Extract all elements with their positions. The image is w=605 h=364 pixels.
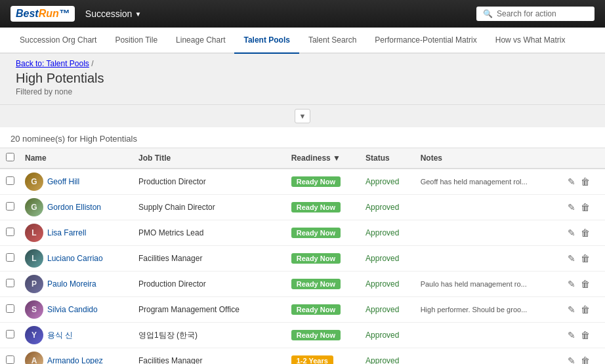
table-row: L Luciano Carriao Facilities Manager Rea… (0, 246, 605, 272)
status-value: Approved (365, 177, 399, 186)
nav-talent-pools[interactable]: Talent Pools (234, 28, 299, 54)
notes-text: High performer. Should be groo... (421, 306, 528, 313)
col-readiness[interactable]: Readiness ▼ (286, 148, 360, 169)
top-bar: BestRun™ Succession ▼ 🔍 Search for actio… (0, 0, 605, 28)
readiness-badge: Ready Now (291, 202, 341, 212)
row-job-title: 영업1팀장 (한국) (133, 323, 286, 348)
edit-icon[interactable]: ✎ (566, 277, 577, 291)
row-job-title: Facilities Manager (133, 246, 286, 272)
row-readiness: Ready Now (286, 169, 360, 195)
row-notes (415, 323, 561, 348)
search-icon: 🔍 (483, 9, 493, 18)
nav-talent-search[interactable]: Talent Search (299, 28, 365, 54)
edit-icon[interactable]: ✎ (566, 201, 577, 214)
row-checkbox[interactable] (6, 355, 14, 364)
edit-icon[interactable]: ✎ (566, 252, 577, 265)
row-job-title: Supply Chain Director (133, 195, 286, 220)
row-name-cell: L Lisa Farrell (20, 220, 133, 246)
row-checkbox[interactable] (6, 253, 14, 262)
row-checkbox[interactable] (6, 176, 14, 185)
delete-icon[interactable]: 🗑 (579, 226, 591, 239)
edit-icon[interactable]: ✎ (566, 329, 577, 342)
row-notes: Geoff has held management rol... (415, 169, 561, 195)
collapse-section: ▼ (0, 105, 605, 127)
table-row: P Paulo Moreira Production Director Read… (0, 272, 605, 297)
row-readiness: 1-2 Years (286, 348, 360, 365)
row-job-title: Production Director (133, 272, 286, 297)
avatar: L (25, 249, 43, 268)
row-status: Approved (360, 195, 415, 220)
select-all-checkbox[interactable] (6, 153, 14, 161)
collapse-button[interactable]: ▼ (295, 109, 310, 123)
page-title: High Potentials (16, 71, 589, 86)
row-checkbox[interactable] (6, 304, 14, 313)
row-status: Approved (360, 169, 415, 195)
status-value: Approved (365, 356, 399, 364)
col-job-title: Job Title (133, 148, 286, 169)
person-name-link[interactable]: Geoff Hill (47, 177, 79, 186)
logo-area: BestRun™ Succession ▼ (10, 6, 141, 22)
status-value: Approved (365, 305, 399, 314)
row-name-cell: S Silvia Candido (20, 297, 133, 323)
row-checkbox[interactable] (6, 228, 14, 236)
delete-icon[interactable]: 🗑 (579, 329, 591, 342)
row-name-cell: G Gordon Elliston (20, 195, 133, 220)
col-select (0, 148, 20, 169)
delete-icon[interactable]: 🗑 (579, 252, 591, 265)
row-notes: High performer. Should be groo... (415, 297, 561, 323)
person-name-link[interactable]: Silvia Candido (47, 305, 98, 314)
col-notes: Notes (415, 148, 561, 169)
avatar: P (25, 275, 43, 293)
delete-icon[interactable]: 🗑 (579, 354, 591, 364)
row-actions: ✎ 🗑 (561, 348, 605, 365)
row-notes: Paulo has held management ro... (415, 272, 561, 297)
person-name-link[interactable]: Paulo Moreira (47, 279, 96, 289)
readiness-badge: Ready Now (291, 304, 341, 315)
row-notes (415, 220, 561, 246)
row-checkbox[interactable] (6, 202, 14, 211)
row-notes (415, 246, 561, 272)
module-label: Succession (85, 9, 133, 19)
row-actions: ✎ 🗑 (561, 297, 605, 323)
edit-icon[interactable]: ✎ (566, 175, 577, 188)
readiness-badge: Ready Now (291, 279, 341, 289)
breadcrumb-link[interactable]: Back to: Talent Pools (16, 59, 89, 68)
status-value: Approved (365, 279, 399, 289)
delete-icon[interactable]: 🗑 (579, 175, 591, 188)
module-selector[interactable]: Succession ▼ (85, 9, 142, 19)
readiness-badge: Ready Now (291, 330, 341, 340)
row-checkbox-cell (0, 169, 20, 195)
delete-icon[interactable]: 🗑 (579, 277, 591, 291)
delete-icon[interactable]: 🗑 (579, 201, 591, 214)
nav-lineage-chart[interactable]: Lineage Chart (167, 28, 234, 54)
edit-icon[interactable]: ✎ (566, 303, 577, 316)
avatar: G (25, 172, 43, 191)
person-name-link[interactable]: Lisa Farrell (47, 228, 86, 237)
row-checkbox[interactable] (6, 330, 14, 338)
nav-succession-org-chart[interactable]: Succession Org Chart (10, 28, 106, 54)
row-checkbox[interactable] (6, 279, 14, 287)
row-actions: ✎ 🗑 (561, 169, 605, 195)
person-name-link[interactable]: Gordon Elliston (47, 203, 101, 212)
row-checkbox-cell (0, 323, 20, 348)
nav-performance-potential[interactable]: Performance-Potential Matrix (365, 28, 486, 54)
readiness-filter-icon: ▼ (333, 153, 341, 163)
row-status: Approved (360, 246, 415, 272)
row-job-title: Production Director (133, 169, 286, 195)
row-job-title: Facilities Manager (133, 348, 286, 365)
row-checkbox-cell (0, 246, 20, 272)
person-name-link[interactable]: 용식 신 (47, 330, 73, 341)
delete-icon[interactable]: 🗑 (579, 303, 591, 316)
search-bar[interactable]: 🔍 Search for action (476, 7, 595, 21)
avatar: A (25, 352, 43, 364)
nav-how-vs-what[interactable]: How vs What Matrix (486, 28, 575, 54)
nav-position-tile[interactable]: Position Tile (106, 28, 167, 54)
table-body: G Geoff Hill Production Director Ready N… (0, 169, 605, 364)
row-status: Approved (360, 297, 415, 323)
row-checkbox-cell (0, 272, 20, 297)
edit-icon[interactable]: ✎ (566, 226, 577, 239)
edit-icon[interactable]: ✎ (566, 354, 577, 364)
col-name: Name (20, 148, 133, 169)
person-name-link[interactable]: Luciano Carriao (47, 254, 103, 263)
person-name-link[interactable]: Armando Lopez (47, 356, 103, 364)
